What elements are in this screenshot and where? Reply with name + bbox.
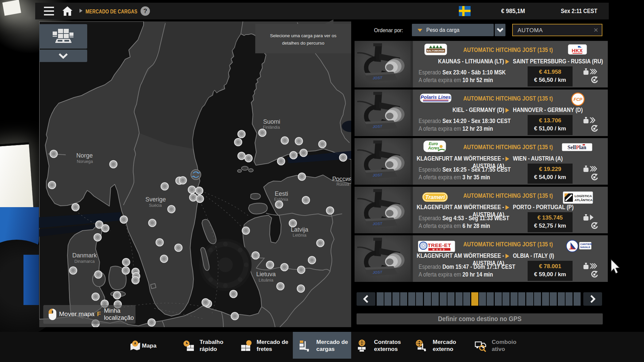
svg-text:Norge: Norge (76, 152, 93, 159)
svg-text:Dinamarca: Dinamarca (74, 259, 95, 264)
svg-text:WOOD: WOOD (433, 248, 446, 251)
svg-text:ATLÂNTICA: ATLÂNTICA (575, 198, 593, 202)
svg-text:Finlândia: Finlândia (263, 125, 280, 130)
svg-text:CANTIERE: CANTIERE (580, 243, 592, 246)
svg-text:Noruega: Noruega (77, 159, 93, 164)
svg-text:Polaris Lines: Polaris Lines (421, 95, 451, 100)
svg-text:Suomi: Suomi (263, 118, 280, 125)
svg-text:Lituânia: Lituânia (259, 278, 273, 283)
svg-text:Acres: Acres (428, 146, 439, 150)
svg-text:Latvija: Latvija (291, 226, 309, 233)
svg-text:TREE-ET: TREE-ET (428, 242, 451, 248)
svg-text:Lietuva: Lietuva (256, 271, 276, 278)
svg-text:Euro: Euro (429, 141, 438, 146)
svg-text:Россия: Россия (332, 176, 352, 182)
svg-text:BALTOMORSK: BALTOMORSK (427, 49, 445, 52)
svg-text:Letônia: Letônia (292, 233, 306, 238)
svg-text:Danmark: Danmark (72, 252, 97, 259)
svg-text:Rússia: Rússia (336, 182, 349, 187)
svg-text:FCP: FCP (574, 97, 582, 102)
svg-text:Sverige: Sverige (145, 196, 166, 203)
svg-text:Trameri: Trameri (425, 194, 445, 200)
svg-text:Suécia: Suécia (149, 203, 162, 208)
svg-text:Estônia: Estônia (274, 197, 288, 202)
svg-text:Eesti: Eesti (275, 190, 288, 197)
svg-text:NAVALE: NAVALE (580, 246, 590, 249)
svg-text:LOGÍSTICA: LOGÍSTICA (575, 194, 592, 198)
svg-text:HKX: HKX (572, 48, 583, 53)
